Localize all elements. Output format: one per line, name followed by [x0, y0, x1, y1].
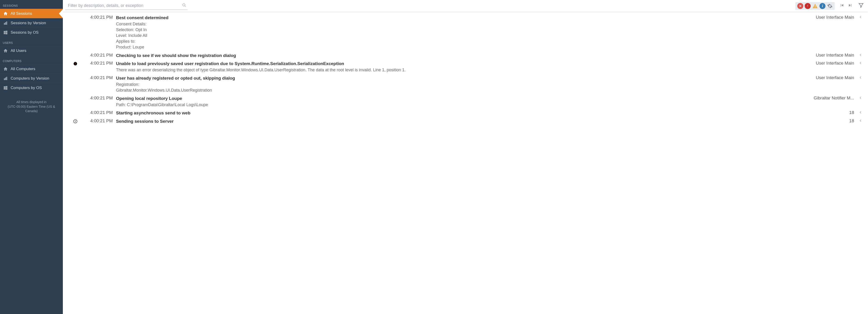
search-icon[interactable]	[182, 3, 186, 8]
svg-rect-6	[815, 5, 815, 7]
log-timestamp: 4:00:21 PM	[84, 15, 114, 20]
severity-warn-icon	[68, 61, 82, 66]
bar-chart-icon	[3, 76, 8, 81]
log-caption: Sending sessions to Server	[116, 118, 806, 124]
log-details: Consent Details: Selection: Opt In Level…	[116, 21, 806, 50]
log-timestamp: 4:00:21 PM	[84, 118, 114, 124]
svg-rect-4	[807, 5, 808, 6]
log-caption: Starting asynchronous send to web	[116, 110, 806, 116]
log-row[interactable]: i4:00:21 PMSending sessions to Server18	[63, 117, 868, 125]
sidebar-item-computers-by-version[interactable]: Computers by Version	[0, 74, 63, 83]
expand-chevron-icon[interactable]	[856, 96, 865, 100]
expand-chevron-icon[interactable]	[856, 61, 865, 65]
bar-chart-icon	[3, 21, 8, 25]
severity-none	[68, 53, 82, 53]
expand-chevron-icon[interactable]	[856, 15, 865, 19]
log-caption: Unable to load previously saved user reg…	[116, 61, 806, 67]
filter-critical-icon[interactable]	[797, 3, 803, 9]
log-thread: 18	[808, 110, 854, 115]
search-wrap	[65, 2, 188, 10]
sidebar-item-sessions-by-version[interactable]: Sessions by Version	[0, 18, 63, 28]
log-row[interactable]: 4:00:21 PMBest consent determinedConsent…	[63, 14, 868, 51]
log-thread: User Interface Main	[808, 53, 854, 58]
log-row[interactable]: 4:00:21 PMOpening local repository Loupe…	[63, 95, 868, 109]
svg-point-0	[183, 3, 185, 6]
svg-rect-9	[851, 4, 851, 7]
search-input[interactable]	[65, 2, 188, 9]
main-panel: i 4:00:21 PMBest consent determi	[63, 0, 868, 314]
log-list[interactable]: 4:00:21 PMBest consent determinedConsent…	[63, 12, 868, 314]
svg-rect-5	[807, 6, 808, 7]
log-body: Starting asynchronous send to web	[116, 110, 806, 116]
first-page-icon[interactable]	[839, 3, 845, 9]
filter-warning-icon[interactable]	[812, 3, 818, 9]
sidebar-item-label: Computers by OS	[11, 85, 42, 90]
log-thread: Gibraltar Notifier M...	[808, 96, 854, 101]
svg-rect-8	[841, 4, 841, 7]
log-timestamp: 4:00:21 PM	[84, 75, 114, 80]
sidebar-item-label: All Computers	[11, 67, 35, 71]
expand-chevron-icon[interactable]	[856, 118, 865, 123]
expand-chevron-icon[interactable]	[856, 75, 865, 79]
filter-error-icon[interactable]	[805, 3, 811, 9]
windows-icon	[3, 30, 8, 35]
log-thread: 18	[808, 118, 854, 124]
log-timestamp: 4:00:21 PM	[84, 53, 114, 58]
log-thread: User Interface Main	[808, 75, 854, 80]
svg-point-12	[75, 64, 75, 65]
last-page-icon[interactable]	[847, 3, 853, 9]
severity-info-icon: i	[68, 118, 82, 124]
sidebar-section-header: SESSIONS	[0, 0, 63, 9]
log-body: Best consent determinedConsent Details: …	[116, 15, 806, 50]
sidebar-item-all-computers[interactable]: All Computers	[0, 64, 63, 74]
log-timestamp: 4:00:21 PM	[84, 96, 114, 101]
log-details: Path: C:\ProgramData\Gibraltar\Local Log…	[116, 102, 806, 108]
severity-none	[68, 15, 82, 15]
filter-settings-icon[interactable]	[827, 3, 833, 9]
sidebar-section-header: USERS	[0, 37, 63, 46]
log-timestamp: 4:00:21 PM	[84, 110, 114, 115]
filter-funnel-icon[interactable]	[857, 2, 865, 10]
log-row[interactable]: 4:00:21 PMUser has already registered or…	[63, 74, 868, 94]
log-caption: Opening local repository Loupe	[116, 96, 806, 102]
filter-info-icon[interactable]: i	[819, 3, 826, 9]
sidebar-item-label: Sessions by Version	[11, 21, 46, 25]
log-row[interactable]: 4:00:21 PMStarting asynchronous send to …	[63, 109, 868, 117]
sidebar-item-all-sessions[interactable]: All Sessions	[0, 9, 63, 18]
svg-line-1	[185, 6, 186, 7]
svg-text:i: i	[75, 120, 76, 123]
toolbar: i	[63, 0, 868, 12]
home-icon	[3, 48, 8, 53]
log-thread: User Interface Main	[808, 61, 854, 66]
log-thread: User Interface Main	[808, 15, 854, 20]
log-timestamp: 4:00:21 PM	[84, 61, 114, 66]
sidebar-item-sessions-by-os[interactable]: Sessions by OS	[0, 28, 63, 37]
sidebar-section-header: COMPUTERS	[0, 56, 63, 64]
windows-icon	[3, 85, 8, 90]
sidebar-item-label: Computers by Version	[11, 76, 49, 81]
log-body: Opening local repository LoupePath: C:\P…	[116, 96, 806, 108]
log-caption: User has already registered or opted out…	[116, 75, 806, 81]
log-caption: Best consent determined	[116, 15, 806, 21]
svg-rect-7	[815, 7, 815, 8]
log-body: Checking to see if we should show the re…	[116, 53, 806, 59]
sidebar-timezone-note: All times displayed in(UTC-05:00) Easter…	[0, 97, 63, 116]
sidebar-item-all-users[interactable]: All Users	[0, 46, 63, 56]
severity-none	[68, 96, 82, 96]
expand-chevron-icon[interactable]	[856, 53, 865, 57]
expand-chevron-icon[interactable]	[856, 110, 865, 114]
log-body: Unable to load previously saved user reg…	[116, 61, 806, 73]
sidebar: SESSIONSAll SessionsSessions by VersionS…	[0, 0, 63, 314]
sidebar-item-label: Sessions by OS	[11, 30, 39, 35]
page-nav	[837, 3, 855, 9]
log-details: Registration: Gibraltar.Monitor.Windows.…	[116, 82, 806, 93]
log-details: There was an error deserializing the obj…	[116, 67, 806, 73]
log-row[interactable]: 4:00:21 PMUnable to load previously save…	[63, 60, 868, 74]
severity-none	[68, 110, 82, 111]
log-body: User has already registered or opted out…	[116, 75, 806, 93]
log-caption: Checking to see if we should show the re…	[116, 53, 806, 59]
home-icon	[3, 11, 8, 16]
sidebar-item-computers-by-os[interactable]: Computers by OS	[0, 83, 63, 93]
severity-none	[68, 75, 82, 76]
log-row[interactable]: 4:00:21 PMChecking to see if we should s…	[63, 52, 868, 60]
